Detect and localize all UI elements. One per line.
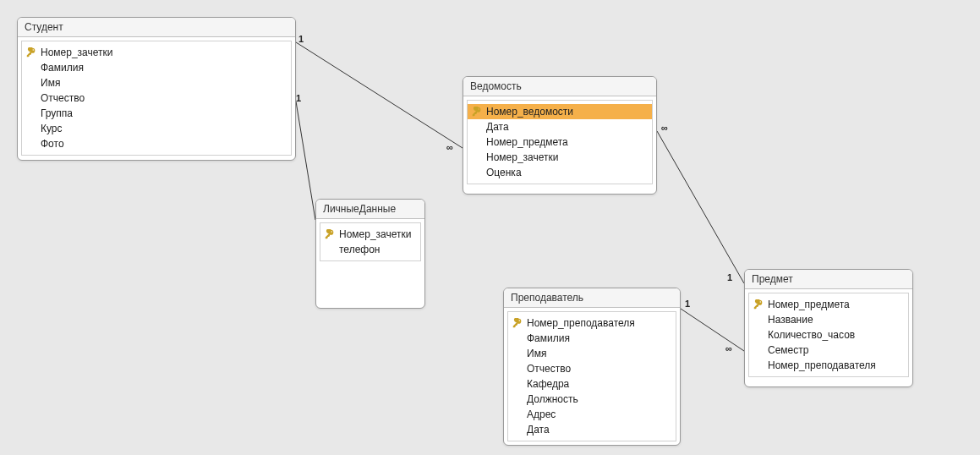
field-row[interactable]: Фамилия xyxy=(22,60,291,75)
field-name: Фамилия xyxy=(527,332,570,345)
field-name: Должность xyxy=(527,392,578,406)
icon-spacer xyxy=(25,77,37,89)
field-row[interactable]: Курс xyxy=(22,121,291,136)
key-icon xyxy=(512,317,523,329)
icon-spacer xyxy=(25,92,37,104)
field-row[interactable]: Номер_преподавателя xyxy=(508,315,676,331)
table-personal[interactable]: ЛичныеДанныеНомер_зачеткителефон xyxy=(315,199,425,309)
field-row[interactable]: Номер_преподавателя xyxy=(749,358,908,373)
field-row[interactable]: телефон xyxy=(320,242,420,257)
cardinality-label: 1 xyxy=(298,34,304,44)
field-list: Номер_зачеткиФамилияИмяОтчествоГруппаКур… xyxy=(21,41,292,156)
field-name: Адрес xyxy=(527,408,556,421)
key-icon xyxy=(753,299,764,310)
field-name: Группа xyxy=(41,107,73,120)
icon-spacer xyxy=(512,363,523,375)
icon-spacer xyxy=(25,62,37,74)
field-name: Номер_ведомости xyxy=(486,105,573,118)
field-name: Номер_предмета xyxy=(768,298,850,311)
field-name: Отчество xyxy=(41,91,85,105)
field-row[interactable]: Номер_зачетки xyxy=(468,150,652,165)
field-name: Фото xyxy=(41,137,64,151)
icon-spacer xyxy=(25,123,37,134)
icon-spacer xyxy=(512,408,523,420)
icon-spacer xyxy=(753,359,764,371)
field-row[interactable]: Отчество xyxy=(22,90,291,106)
field-row[interactable]: Фамилия xyxy=(508,331,676,346)
svg-line-3 xyxy=(681,309,744,351)
field-row[interactable]: Номер_зачетки xyxy=(320,227,420,242)
cardinality-label: 1 xyxy=(685,299,690,309)
field-row[interactable]: Количество_часов xyxy=(749,327,908,343)
field-row[interactable]: Название xyxy=(749,312,908,327)
field-name: Оценка xyxy=(486,166,522,179)
table-title: Ведомость xyxy=(463,77,656,96)
icon-spacer xyxy=(753,314,764,326)
icon-spacer xyxy=(753,344,764,356)
cardinality-label: 1 xyxy=(296,93,301,103)
field-row[interactable]: Дата xyxy=(468,119,652,134)
icon-spacer xyxy=(25,107,37,119)
field-row[interactable]: Номер_предмета xyxy=(749,297,908,312)
field-name: Курс xyxy=(41,122,63,135)
field-name: Номер_преподавателя xyxy=(527,316,635,330)
field-row[interactable]: Фото xyxy=(22,136,291,151)
icon-spacer xyxy=(512,378,523,390)
field-list: Номер_зачеткителефон xyxy=(320,222,421,261)
table-teacher[interactable]: ПреподавательНомер_преподавателяФамилияИ… xyxy=(503,288,681,446)
field-row[interactable]: Группа xyxy=(22,106,291,121)
field-row[interactable]: Отчество xyxy=(508,361,676,376)
field-row[interactable]: Оценка xyxy=(468,165,652,180)
field-row[interactable]: Должность xyxy=(508,392,676,407)
cardinality-label: 1 xyxy=(727,272,732,282)
svg-line-2 xyxy=(657,131,744,283)
cardinality-label: ∞ xyxy=(661,123,668,133)
table-title: Предмет xyxy=(745,270,912,289)
field-list: Номер_преподавателяФамилияИмяОтчествоКаф… xyxy=(507,311,676,441)
field-row[interactable]: Дата xyxy=(508,422,676,437)
key-icon xyxy=(471,106,483,118)
field-name: Кафедра xyxy=(527,377,569,391)
table-student[interactable]: СтудентНомер_зачеткиФамилияИмяОтчествоГр… xyxy=(17,17,296,161)
key-icon xyxy=(324,228,336,240)
icon-spacer xyxy=(25,138,37,150)
svg-line-0 xyxy=(296,42,463,148)
field-row[interactable]: Семестр xyxy=(749,343,908,358)
field-row[interactable]: Номер_предмета xyxy=(468,134,652,150)
field-name: Количество_часов xyxy=(768,328,855,342)
table-subject[interactable]: ПредметНомер_предметаНазваниеКоличество_… xyxy=(744,269,913,387)
field-name: Номер_зачетки xyxy=(486,151,559,164)
field-name: Дата xyxy=(527,423,550,436)
field-name: Номер_преподавателя xyxy=(768,359,876,372)
svg-line-1 xyxy=(296,101,315,220)
icon-spacer xyxy=(512,332,523,344)
field-row[interactable]: Имя xyxy=(508,346,676,361)
field-name: Номер_предмета xyxy=(486,135,568,149)
icon-spacer xyxy=(471,136,483,148)
field-name: Номер_зачетки xyxy=(41,46,113,59)
table-title: Студент xyxy=(18,18,295,37)
icon-spacer xyxy=(512,393,523,405)
field-name: Номер_зачетки xyxy=(339,228,412,241)
field-row[interactable]: Номер_ведомости xyxy=(468,104,652,119)
key-icon xyxy=(25,47,37,58)
diagram-canvas[interactable]: СтудентНомер_зачеткиФамилияИмяОтчествоГр… xyxy=(0,0,980,455)
table-title: Преподаватель xyxy=(504,288,680,308)
field-name: Семестр xyxy=(768,343,808,357)
field-row[interactable]: Имя xyxy=(22,75,291,90)
table-vedomost[interactable]: ВедомостьНомер_ведомостиДатаНомер_предме… xyxy=(463,76,657,195)
field-list: Номер_ведомостиДатаНомер_предметаНомер_з… xyxy=(467,100,653,184)
icon-spacer xyxy=(753,329,764,341)
icon-spacer xyxy=(471,151,483,163)
field-row[interactable]: Адрес xyxy=(508,407,676,422)
cardinality-label: ∞ xyxy=(725,343,732,354)
field-row[interactable]: Кафедра xyxy=(508,376,676,392)
icon-spacer xyxy=(471,121,483,133)
icon-spacer xyxy=(324,244,336,255)
icon-spacer xyxy=(471,167,483,178)
field-name: Имя xyxy=(41,76,60,90)
field-name: Фамилия xyxy=(41,61,84,74)
field-name: Название xyxy=(768,313,813,326)
field-row[interactable]: Номер_зачетки xyxy=(22,45,291,60)
cardinality-label: ∞ xyxy=(446,142,453,152)
